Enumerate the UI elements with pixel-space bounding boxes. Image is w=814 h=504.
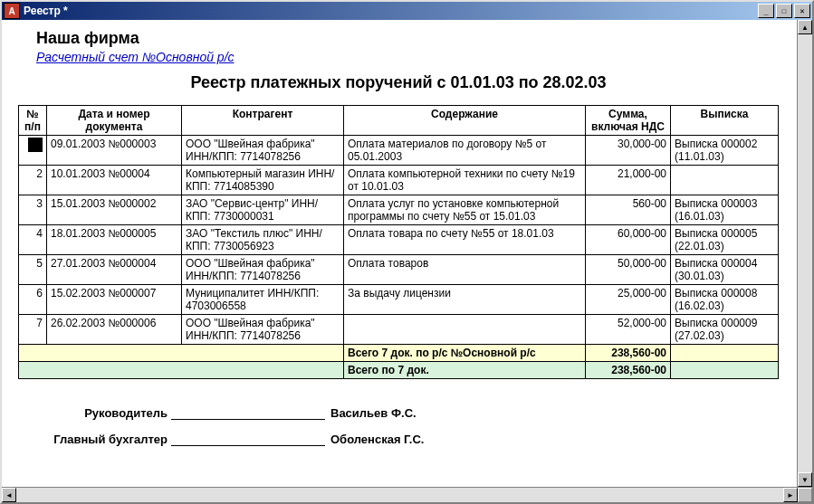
- document-viewport: Наша фирма Расчетный счет №Основной р/с …: [2, 20, 797, 487]
- col-statement: Выписка: [671, 106, 779, 136]
- signatures-block: Руководитель Васильев Ф.С. Главный бухга…: [27, 406, 779, 446]
- cell-amount: 21,000-00: [586, 166, 671, 195]
- cell-counterparty: Муниципалитет ИНН/КПП: 4703006558: [182, 285, 344, 315]
- cell-statement: Выписка 000003 (16.01.03): [671, 195, 779, 225]
- signature-accountant-line: [171, 433, 325, 446]
- scroll-down-button[interactable]: ▼: [798, 472, 812, 487]
- cell-counterparty: Компьютерный магазин ИНН/КПП: 7714085390: [182, 166, 344, 195]
- subtotal-account-row: Всего 7 док. по р/с №Основной р/с 238,56…: [19, 345, 779, 362]
- signature-head-label: Руководитель: [27, 406, 171, 420]
- scroll-up-button[interactable]: ▲: [798, 20, 812, 34]
- cell-number: [19, 136, 47, 166]
- table-row: 315.01.2003 №000002ЗАО "Сервис-центр" ИН…: [19, 195, 779, 225]
- table-row: 210.01.2003 №00004Компьютерный магазин И…: [19, 166, 779, 195]
- cell-date: 10.01.2003 №00004: [47, 166, 182, 195]
- cell-description: Оплата товаров: [344, 255, 586, 285]
- subtotal-grand-sum: 238,560-00: [586, 362, 671, 379]
- table-row: 09.01.2003 №000003ООО "Швейная фабрика" …: [19, 136, 779, 166]
- col-counterparty: Контрагент: [182, 106, 344, 136]
- vertical-scrollbar[interactable]: ▲ ▼: [797, 20, 812, 487]
- signature-accountant-name: Оболенская Г.С.: [330, 433, 424, 446]
- table-row: 615.02.2003 №000007Муниципалитет ИНН/КПП…: [19, 285, 779, 315]
- cell-date: 15.01.2003 №000002: [47, 195, 182, 225]
- signature-head-line: [171, 406, 325, 420]
- table-row: 527.01.2003 №000004ООО "Швейная фабрика"…: [19, 255, 779, 285]
- maximize-button[interactable]: ☐: [776, 4, 792, 18]
- cell-date: 18.01.2003 №000005: [47, 225, 182, 255]
- cell-amount: 25,000-00: [586, 285, 671, 315]
- current-row-marker-icon: [28, 138, 43, 152]
- col-amount: Сумма, включая НДС: [586, 106, 671, 136]
- firm-name: Наша фирма: [36, 29, 779, 48]
- subtotal-account-sum: 238,560-00: [586, 345, 671, 362]
- cell-amount: 560-00: [586, 195, 671, 225]
- table-row: 418.01.2003 №000005ЗАО "Текстиль плюс" И…: [19, 225, 779, 255]
- cell-date: 26.02.2003 №000006: [47, 315, 182, 345]
- window-frame: A Реестр * _ ☐ ✕ Наша фирма Расчетный сч…: [0, 0, 814, 504]
- cell-counterparty: ООО "Швейная фабрика" ИНН/КПП: 771407825…: [182, 255, 344, 285]
- cell-statement: [671, 166, 779, 195]
- cell-description: Оплата компьютерной техники по счету №19…: [344, 166, 586, 195]
- cell-number: 7: [19, 315, 47, 345]
- col-number: № п/п: [19, 106, 47, 136]
- table-row: 726.02.2003 №000006ООО "Швейная фабрика"…: [19, 315, 779, 345]
- col-description: Содержание: [344, 106, 586, 136]
- account-link[interactable]: Расчетный счет №Основной р/с: [36, 50, 779, 64]
- client-area: Наша фирма Расчетный счет №Основной р/с …: [2, 20, 812, 487]
- cell-counterparty: ЗАО "Текстиль плюс" ИНН/КПП: 7730056923: [182, 225, 344, 255]
- cell-counterparty: ООО "Швейная фабрика" ИНН/КПП: 771407825…: [182, 315, 344, 345]
- cell-statement: Выписка 000002 (11.01.03): [671, 136, 779, 166]
- cell-number: 5: [19, 255, 47, 285]
- cell-date: 09.01.2003 №000003: [47, 136, 182, 166]
- subtotal-account-label: Всего 7 док. по р/с №Основной р/с: [344, 345, 586, 362]
- cell-number: 6: [19, 285, 47, 315]
- cell-amount: 50,000-00: [586, 255, 671, 285]
- cell-statement: Выписка 000008 (16.02.03): [671, 285, 779, 315]
- horizontal-scroll-track[interactable]: [16, 488, 783, 502]
- cell-description: За выдачу лицензии: [344, 285, 586, 315]
- scroll-left-button[interactable]: ◄: [2, 488, 16, 502]
- cell-amount: 60,000-00: [586, 225, 671, 255]
- cell-date: 15.02.2003 №000007: [47, 285, 182, 315]
- cell-description: Оплата материалов по договору №5 от 05.0…: [344, 136, 586, 166]
- window-title: Реестр *: [24, 5, 758, 17]
- scrollbar-corner: [798, 488, 812, 502]
- report-title: Реестр платежных поручений с 01.01.03 по…: [18, 73, 779, 92]
- signature-accountant: Главный бухгалтер Оболенская Г.С.: [27, 433, 779, 446]
- cell-date: 27.01.2003 №000004: [47, 255, 182, 285]
- horizontal-scrollbar[interactable]: ◄ ►: [2, 487, 812, 502]
- subtotal-grand-label: Всего по 7 док.: [344, 362, 586, 379]
- cell-number: 4: [19, 225, 47, 255]
- cell-counterparty: ЗАО "Сервис-центр" ИНН/КПП: 7730000031: [182, 195, 344, 225]
- cell-number: 2: [19, 166, 47, 195]
- cell-counterparty: ООО "Швейная фабрика" ИНН/КПП: 771407825…: [182, 136, 344, 166]
- cell-description: Оплата товара по счету №55 от 18.01.03: [344, 225, 586, 255]
- minimize-button[interactable]: _: [758, 4, 774, 18]
- cell-number: 3: [19, 195, 47, 225]
- table-header-row: № п/п Дата и номер документа Контрагент …: [19, 106, 779, 136]
- signature-head-name: Васильев Ф.С.: [330, 406, 417, 420]
- scroll-right-button[interactable]: ►: [783, 488, 798, 502]
- vertical-scroll-track[interactable]: [798, 34, 812, 472]
- col-date: Дата и номер документа: [47, 106, 182, 136]
- titlebar: A Реестр * _ ☐ ✕: [2, 2, 812, 20]
- cell-description: [344, 315, 586, 345]
- register-table: № п/п Дата и номер документа Контрагент …: [18, 105, 779, 379]
- cell-amount: 52,000-00: [586, 315, 671, 345]
- cell-description: Оплата услуг по установке компьютерной п…: [344, 195, 586, 225]
- cell-statement: Выписка 000009 (27.02.03): [671, 315, 779, 345]
- signature-accountant-label: Главный бухгалтер: [27, 433, 171, 446]
- report-page: Наша фирма Расчетный счет №Основной р/с …: [2, 20, 797, 487]
- close-button[interactable]: ✕: [794, 4, 810, 18]
- cell-amount: 30,000-00: [586, 136, 671, 166]
- cell-statement: Выписка 000004 (30.01.03): [671, 255, 779, 285]
- subtotal-grand-row: Всего по 7 док. 238,560-00: [19, 362, 779, 379]
- cell-statement: Выписка 000005 (22.01.03): [671, 225, 779, 255]
- signature-head: Руководитель Васильев Ф.С.: [27, 406, 779, 420]
- app-icon: A: [4, 3, 20, 19]
